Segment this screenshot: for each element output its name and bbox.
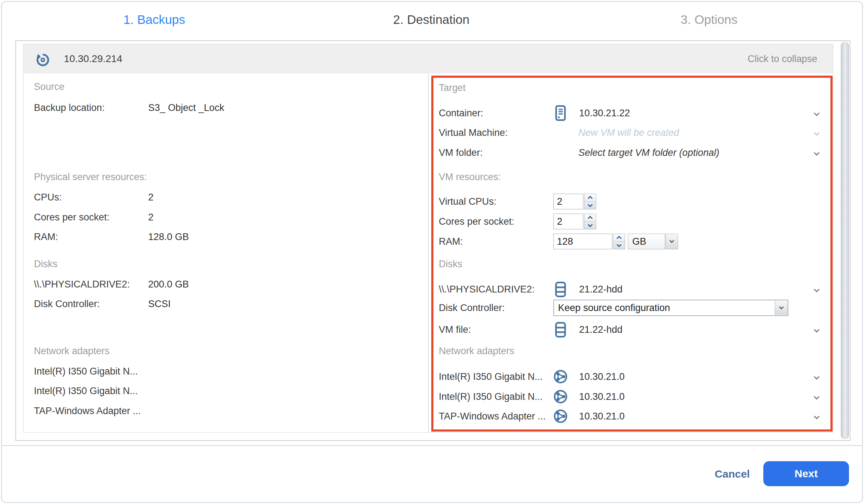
- virtual-cpus-row: Virtual CPUs: 2: [439, 192, 820, 212]
- target-adapter-row: TAP-Windows Adapter ... 10.30.21.0: [439, 406, 820, 426]
- container-row: Container: 10.30.21.22: [439, 103, 820, 123]
- spin-down-icon: [584, 222, 596, 229]
- chevron-down-icon[interactable]: [813, 371, 820, 382]
- spin-down-icon: [613, 242, 625, 249]
- chevron-down-icon[interactable]: [813, 284, 820, 295]
- spin-up-icon: [584, 194, 596, 202]
- chevron-down-icon[interactable]: [813, 108, 820, 119]
- target-adapter-row: Intel(R) I350 Gigabit N... 10.30.21.0: [439, 367, 820, 387]
- panel-body: Source Backup location: S3_ Object _Lock…: [23, 73, 833, 433]
- cores-stepper[interactable]: 2: [553, 214, 596, 229]
- target-disk-controller-row: Disk Controller: Keep source configurati…: [439, 298, 820, 318]
- network-adapters-label: Network adapters: [34, 341, 419, 361]
- chevron-down-icon: [665, 234, 678, 249]
- collapse-hint[interactable]: Click to collapse: [748, 54, 817, 65]
- target-network-label: Network adapters: [439, 341, 820, 361]
- cancel-button[interactable]: Cancel: [707, 466, 757, 482]
- cpus-row: CPUs: 2: [34, 187, 419, 207]
- server-ip: 10.30.29.214: [64, 53, 122, 65]
- target-ram-row: RAM: 128 GB: [439, 231, 820, 251]
- chevron-down-icon: [775, 301, 788, 315]
- chevron-down-icon[interactable]: [813, 391, 820, 402]
- tab-backups[interactable]: 1. Backups: [65, 7, 243, 32]
- spin-down-icon: [584, 202, 596, 209]
- chevron-down-icon[interactable]: [813, 411, 820, 422]
- target-highlight: Target Container: 10.30.21.22 Virtual Ma…: [431, 76, 833, 432]
- hdd-icon: [554, 281, 567, 297]
- footer-divider: [2, 445, 862, 446]
- cores-row: Cores per socket: 2: [34, 207, 419, 227]
- tab-destination[interactable]: 2. Destination: [342, 7, 521, 32]
- restore-icon: [35, 51, 50, 67]
- tab-options[interactable]: 3. Options: [620, 7, 798, 32]
- spin-up-icon: [584, 214, 596, 222]
- network-icon: [553, 368, 568, 386]
- target-section-label: Target: [439, 78, 820, 98]
- hdd-icon: [554, 322, 567, 338]
- scrollbar-thumb[interactable]: [841, 42, 849, 439]
- virtual-cpus-stepper[interactable]: 2: [553, 194, 596, 209]
- next-button[interactable]: Next: [763, 461, 849, 486]
- vm-folder-row: VM folder: Select target VM folder (opti…: [439, 143, 820, 163]
- adapter-row: Intel(R) I350 Gigabit N...: [34, 361, 419, 381]
- ram-unit-select[interactable]: GB: [628, 234, 678, 249]
- disks-section-label: Disks: [34, 254, 419, 274]
- source-section-label: Source: [34, 77, 419, 97]
- cores-per-socket-row: Cores per socket: 2: [439, 212, 820, 231]
- physical-resources-label: Physical server resources:: [34, 167, 419, 187]
- disk-controller-select[interactable]: Keep source configuration: [553, 300, 788, 316]
- chevron-down-icon[interactable]: [813, 324, 820, 335]
- chevron-down-icon[interactable]: [813, 147, 820, 158]
- vm-file-row: VM file: 21.22-hdd: [439, 320, 820, 340]
- target-adapter-row: Intel(R) I350 Gigabit N... 10.30.21.0: [439, 387, 820, 407]
- network-icon: [553, 407, 568, 425]
- backup-location-row: Backup location: S3_ Object _Lock: [34, 98, 419, 118]
- target-disk-row: \\.\PHYSICALDRIVE2: 21.22-hdd: [439, 279, 820, 299]
- physicaldrive-row: \\.\PHYSICALDRIVE2: 200.0 GB: [34, 274, 419, 294]
- host-icon: [554, 105, 567, 121]
- server-panel-header[interactable]: 10.30.29.214 Click to collapse: [23, 44, 833, 74]
- vm-resources-label: VM resources:: [439, 167, 820, 187]
- ram-stepper[interactable]: 128: [553, 234, 625, 249]
- disk-controller-row: Disk Controller: SCSI: [34, 294, 419, 314]
- spin-up-icon: [613, 234, 625, 242]
- adapter-row: TAP-Windows Adapter ...: [34, 401, 419, 421]
- target-disks-label: Disks: [439, 254, 820, 274]
- ram-row: RAM: 128.0 GB: [34, 227, 419, 247]
- network-icon: [553, 388, 568, 406]
- chevron-down-icon[interactable]: [813, 127, 820, 138]
- virtual-machine-row: Virtual Machine: New VM will be created: [439, 123, 820, 143]
- adapter-row: Intel(R) I350 Gigabit N...: [34, 381, 419, 401]
- column-divider: [428, 73, 429, 432]
